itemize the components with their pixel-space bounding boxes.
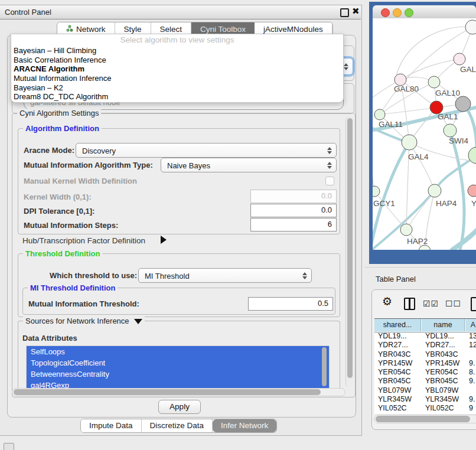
network-node-y[interactable]	[468, 185, 476, 197]
apply-button[interactable]: Apply	[158, 400, 201, 414]
table-cell[interactable]: 13	[469, 332, 476, 341]
mi-type-combo[interactable]: Naive Bayes	[161, 158, 337, 172]
table-row[interactable]: YER054CYER054C8.	[374, 368, 476, 377]
network-view-titlebar[interactable]	[373, 5, 476, 19]
table-cell[interactable]: YBR045C	[425, 377, 468, 386]
float-window-icon[interactable]	[340, 8, 349, 17]
table-cell[interactable]: YBR043C	[425, 350, 468, 359]
data-attributes-list[interactable]: SelfLoopsTopologicalCoefficientBetweenne…	[26, 345, 330, 392]
table-cell[interactable]: YLR345W	[425, 395, 468, 404]
split-panel-icon[interactable]	[404, 298, 415, 310]
table-row[interactable]: YBR045CYBR045C9.	[374, 377, 476, 386]
table-row[interactable]: YBR043CYBR043C	[374, 350, 476, 359]
table-cell[interactable]: YBR045C	[378, 377, 424, 386]
table-cell[interactable]: YDR27...	[425, 341, 468, 350]
network-edge[interactable]	[373, 153, 374, 191]
restore-panel-icon[interactable]	[4, 443, 14, 450]
settings-vertical-scrollbar[interactable]	[345, 116, 354, 387]
attributes-scrollbar[interactable]	[321, 347, 328, 390]
table-cell[interactable]: 9.	[469, 359, 476, 368]
table-cell[interactable]: YLR345W	[378, 395, 424, 404]
network-node[interactable]	[465, 20, 476, 34]
column-header-1[interactable]: shared...	[374, 319, 421, 331]
network-node-gal[interactable]	[454, 53, 465, 65]
dpi-tolerance-input[interactable]: 0.0	[250, 204, 337, 217]
manual-kernel-checkbox[interactable]	[325, 177, 334, 185]
table-horizontal-scrollbar[interactable]	[374, 415, 476, 423]
settings-horizontal-scrollbar[interactable]	[12, 388, 345, 396]
table-cell[interactable]: YER054C	[378, 368, 424, 377]
table-cell[interactable]: YPR145W	[378, 359, 424, 368]
network-node-hap4[interactable]	[428, 184, 441, 197]
table-cell[interactable]: YPR145W	[425, 359, 468, 368]
table-row[interactable]: YDR27...YDR27...12	[374, 341, 476, 350]
control-panel-titlebar[interactable]: Control Panel ✖	[0, 5, 361, 19]
table-row[interactable]: YIL052CYIL052C9	[374, 404, 476, 413]
mi-steps-input[interactable]: 6	[250, 218, 337, 231]
zoom-traffic-light-icon[interactable]	[405, 8, 413, 17]
aracne-mode-combo[interactable]: Discovery	[76, 143, 337, 158]
select-all-columns-icon[interactable]: ☑☑	[423, 299, 439, 308]
which-threshold-combo[interactable]: MI Threshold	[138, 268, 312, 283]
table-cell[interactable]: YBR043C	[378, 350, 424, 359]
network-canvas[interactable]: GALGAL80GAL10GAL1GAL11SWI4GAL4GCY1HAP4YH…	[373, 18, 476, 250]
hub-section-label[interactable]: Hub/Transcription Factor Definition	[22, 236, 145, 245]
table-cell[interactable]: YBL079W	[425, 386, 468, 395]
close-window-icon[interactable]: ✖	[352, 6, 360, 17]
table-cell[interactable]: YDL19...	[378, 332, 424, 341]
data-attribute-item[interactable]: SelfLoops	[27, 346, 329, 357]
table-header-row[interactable]: shared...nameA	[374, 319, 476, 332]
network-node-gal4[interactable]	[402, 135, 417, 150]
column-header-3[interactable]: A	[465, 319, 476, 331]
table-cell[interactable]: YDL19...	[425, 332, 468, 341]
table-settings-gear-icon[interactable]: ⚙	[382, 295, 392, 308]
algorithm-option[interactable]: Mutual Information Inference	[11, 74, 343, 83]
mi-threshold-input[interactable]: 0.5	[248, 297, 333, 311]
network-node[interactable]	[455, 96, 471, 112]
export-table-icon[interactable]	[471, 297, 476, 311]
kernel-width-input[interactable]: 0.0	[250, 190, 337, 203]
network-node-gal80[interactable]	[395, 74, 406, 86]
algorithm-option[interactable]: Basic Correlation Inference	[11, 56, 343, 65]
table-cell[interactable]: YIL052C	[425, 404, 468, 413]
data-attribute-item[interactable]: BetweennessCentrality	[27, 369, 329, 380]
table-cell[interactable]: 12	[469, 341, 476, 350]
network-edge[interactable]	[450, 131, 464, 250]
network-node-gal10[interactable]	[428, 76, 440, 88]
table-cell[interactable]: YBL079W	[378, 386, 424, 395]
close-traffic-light-icon[interactable]	[381, 8, 390, 17]
network-node-gal11[interactable]	[374, 109, 385, 120]
table-row[interactable]: YPR145WYPR145W9.	[374, 359, 476, 368]
network-node-swi4[interactable]	[444, 124, 457, 137]
algorithm-option[interactable]: Bayesian – K2	[11, 83, 343, 93]
algorithm-option[interactable]: ARACNE Algorithm	[11, 64, 343, 74]
node-table[interactable]: shared...nameA YDL19...YDL19...13YDR27..…	[374, 318, 476, 414]
network-node-gcy1[interactable]	[373, 186, 380, 197]
tab-discretize-data[interactable]: Discretize Data	[142, 419, 213, 432]
algorithm-option[interactable]: Bayesian – Hill Climbing	[11, 46, 343, 56]
table-cell[interactable]: 8.	[469, 368, 476, 377]
table-cell[interactable]: 9	[469, 404, 476, 413]
data-attribute-item[interactable]: TopologicalCoefficient	[27, 357, 329, 369]
expand-right-icon[interactable]	[161, 236, 167, 244]
column-header-2[interactable]: name	[422, 319, 465, 331]
table-cell[interactable]: YIL052C	[378, 404, 424, 413]
tab-impute-data[interactable]: Impute Data	[81, 419, 142, 432]
network-view-window[interactable]: GALGAL80GAL10GAL1GAL11SWI4GAL4GCY1HAP4YH…	[369, 2, 476, 264]
tab-infer-network[interactable]: Infer Network	[213, 419, 276, 432]
algorithm-option[interactable]: Dream8 DC_TDC Algorithm	[11, 92, 343, 102]
table-cell[interactable]: 9.	[469, 377, 476, 386]
sources-title[interactable]: Sources for Network Inference	[23, 317, 145, 325]
table-row[interactable]: YBL079WYBL079W	[374, 386, 476, 395]
collapse-down-icon[interactable]	[134, 319, 142, 324]
network-edge[interactable]	[409, 142, 435, 191]
table-cell[interactable]: YDR27...	[378, 341, 424, 350]
deselect-all-columns-icon[interactable]: ☐☐	[445, 299, 461, 308]
network-edge[interactable]	[400, 59, 459, 80]
table-cell[interactable]: YER054C	[425, 368, 468, 377]
network-node-hap2[interactable]	[400, 224, 412, 236]
minimize-traffic-light-icon[interactable]	[393, 8, 402, 17]
table-row[interactable]: YLR345WYLR345W9.	[374, 395, 476, 404]
table-row[interactable]: YDL19...YDL19...13	[374, 332, 476, 341]
table-cell[interactable]: 9.	[469, 395, 476, 404]
